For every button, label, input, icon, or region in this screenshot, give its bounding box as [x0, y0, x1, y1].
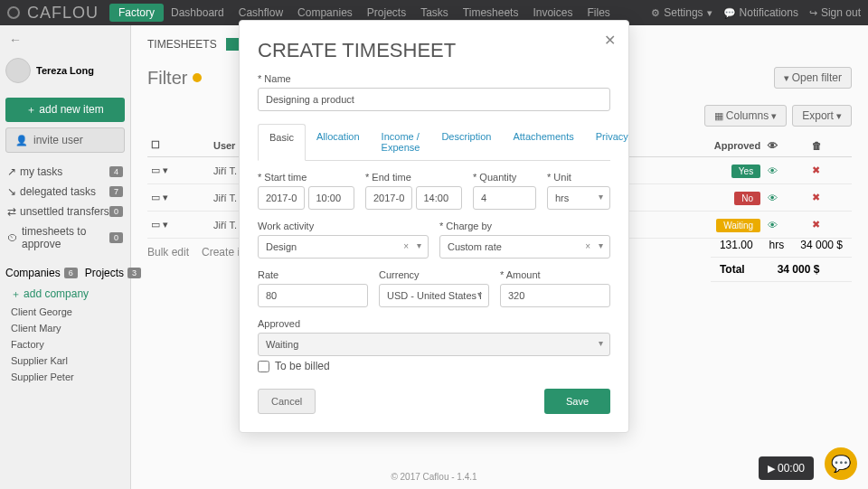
name-input[interactable] [258, 88, 610, 111]
start-date-input[interactable] [258, 186, 305, 210]
modal-title: CREATE TIMESHEET [258, 39, 610, 62]
end-time-input[interactable] [416, 186, 463, 210]
approved-select[interactable] [258, 333, 610, 356]
activity-label: Work activity [258, 221, 429, 231]
close-icon[interactable]: ✕ [604, 32, 616, 49]
end-date-input[interactable] [365, 186, 412, 210]
tab-allocation[interactable]: Allocation [306, 124, 371, 160]
billed-checkbox[interactable] [258, 361, 269, 372]
create-timesheet-modal: ✕ CREATE TIMESHEET * Name Basic Allocati… [239, 20, 629, 433]
quantity-label: * Quantity [473, 172, 536, 183]
modal-tabs: Basic Allocation Income / Expense Descri… [258, 124, 610, 161]
rate-input[interactable] [258, 284, 368, 307]
tab-basic[interactable]: Basic [258, 124, 306, 161]
amount-input[interactable] [500, 284, 610, 307]
quantity-input[interactable] [473, 186, 536, 210]
tab-description[interactable]: Description [430, 124, 502, 160]
approved-label: Approved [258, 318, 610, 329]
currency-select[interactable] [379, 284, 489, 307]
billed-label: To be billed [275, 360, 330, 372]
end-time-label: * End time [365, 172, 462, 183]
tab-income-expense[interactable]: Income / Expense [371, 124, 431, 160]
save-button[interactable]: Save [544, 389, 610, 414]
clear-charge-icon[interactable]: × [585, 241, 590, 251]
charge-label: * Charge by [439, 221, 610, 231]
start-time-input[interactable] [308, 186, 355, 210]
cancel-button[interactable]: Cancel [258, 389, 316, 414]
clear-activity-icon[interactable]: × [403, 241, 409, 251]
amount-label: * Amount [500, 269, 610, 280]
rate-label: Rate [258, 269, 368, 280]
unit-label: * Unit [547, 172, 610, 183]
name-label: * Name [258, 73, 610, 84]
currency-label: Currency [379, 269, 489, 280]
unit-select[interactable] [547, 186, 610, 210]
start-time-label: * Start time [258, 172, 354, 183]
tab-privacy[interactable]: Privacy [585, 124, 639, 160]
tab-attachments[interactable]: Attachements [502, 124, 584, 160]
